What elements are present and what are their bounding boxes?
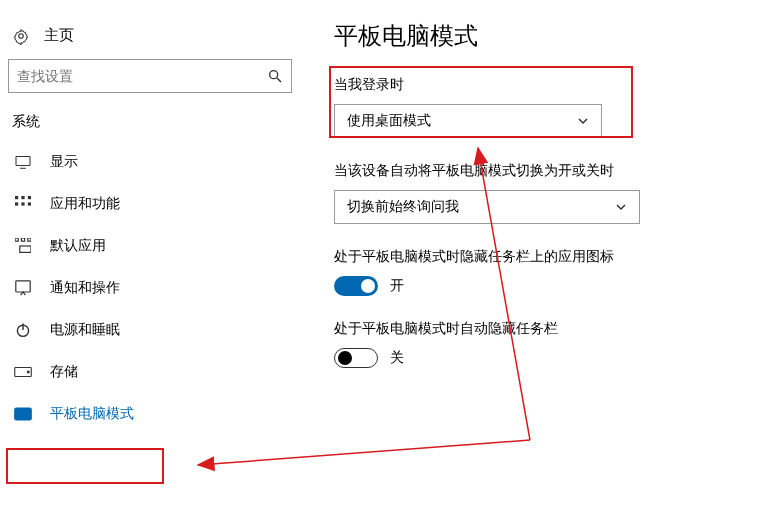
home-label: 主页 bbox=[44, 26, 74, 45]
hide-icons-toggle[interactable] bbox=[334, 276, 378, 296]
page-title: 平板电脑模式 bbox=[334, 20, 744, 52]
main-content: 平板电脑模式 当我登录时 使用桌面模式 当该设备自动将平板电脑模式切换为开或关时… bbox=[334, 20, 744, 392]
storage-icon bbox=[14, 366, 32, 378]
sidebar-home[interactable]: 主页 bbox=[0, 20, 300, 55]
sidebar-item-apps[interactable]: 应用和功能 bbox=[0, 183, 300, 225]
svg-rect-7 bbox=[28, 196, 31, 199]
svg-rect-3 bbox=[16, 156, 30, 165]
sidebar-item-label: 存储 bbox=[50, 363, 78, 381]
auto-switch-value: 切换前始终询问我 bbox=[347, 198, 459, 216]
svg-rect-13 bbox=[28, 238, 31, 241]
hide-taskbar-label: 处于平板电脑模式时自动隐藏任务栏 bbox=[334, 320, 744, 338]
svg-rect-8 bbox=[15, 202, 18, 205]
apps-icon bbox=[14, 196, 32, 212]
svg-rect-20 bbox=[15, 408, 32, 420]
hide-icons-state: 开 bbox=[390, 277, 404, 295]
sidebar-item-label: 显示 bbox=[50, 153, 78, 171]
sidebar-item-storage[interactable]: 存储 bbox=[0, 351, 300, 393]
sidebar-item-label: 通知和操作 bbox=[50, 279, 120, 297]
gear-icon bbox=[12, 27, 30, 45]
default-apps-icon bbox=[14, 238, 32, 254]
sidebar-item-default-apps[interactable]: 默认应用 bbox=[0, 225, 300, 267]
search-input-container[interactable] bbox=[8, 59, 292, 93]
auto-switch-label: 当该设备自动将平板电脑模式切换为开或关时 bbox=[334, 162, 744, 180]
sidebar-item-display[interactable]: 显示 bbox=[0, 141, 300, 183]
settings-sidebar: 主页 系统 显示 应用和功能 默认应用 通知和操作 bbox=[0, 0, 300, 435]
sidebar-item-label: 平板电脑模式 bbox=[50, 405, 134, 423]
power-icon bbox=[14, 322, 32, 338]
sidebar-item-label: 电源和睡眠 bbox=[50, 321, 120, 339]
hide-taskbar-state: 关 bbox=[390, 349, 404, 367]
chevron-down-icon bbox=[615, 201, 627, 213]
svg-rect-11 bbox=[15, 238, 18, 241]
search-icon bbox=[267, 68, 283, 84]
sidebar-item-label: 默认应用 bbox=[50, 237, 106, 255]
svg-line-2 bbox=[277, 78, 281, 82]
chevron-down-icon bbox=[577, 115, 589, 127]
svg-point-0 bbox=[19, 33, 24, 38]
notifications-icon bbox=[14, 280, 32, 296]
sidebar-section-title: 系统 bbox=[0, 107, 300, 141]
sidebar-item-label: 应用和功能 bbox=[50, 195, 120, 213]
svg-point-19 bbox=[27, 371, 29, 373]
svg-point-1 bbox=[270, 71, 278, 79]
hide-icons-label: 处于平板电脑模式时隐藏任务栏上的应用图标 bbox=[334, 248, 744, 266]
sidebar-item-notifications[interactable]: 通知和操作 bbox=[0, 267, 300, 309]
login-dropdown-value: 使用桌面模式 bbox=[347, 112, 431, 130]
svg-line-24 bbox=[198, 440, 530, 465]
svg-rect-5 bbox=[15, 196, 18, 199]
sidebar-item-power[interactable]: 电源和睡眠 bbox=[0, 309, 300, 351]
annotation-highlight-sidebar bbox=[6, 448, 164, 484]
svg-rect-12 bbox=[21, 238, 24, 241]
tablet-icon bbox=[14, 407, 32, 421]
login-label: 当我登录时 bbox=[334, 76, 744, 94]
monitor-icon bbox=[14, 155, 32, 169]
svg-rect-14 bbox=[20, 246, 31, 252]
login-dropdown[interactable]: 使用桌面模式 bbox=[334, 104, 602, 138]
sidebar-item-tablet-mode[interactable]: 平板电脑模式 bbox=[0, 393, 300, 435]
search-input[interactable] bbox=[17, 68, 267, 84]
svg-rect-10 bbox=[28, 202, 31, 205]
hide-taskbar-toggle[interactable] bbox=[334, 348, 378, 368]
auto-switch-dropdown[interactable]: 切换前始终询问我 bbox=[334, 190, 640, 224]
svg-rect-6 bbox=[21, 196, 24, 199]
svg-rect-9 bbox=[21, 202, 24, 205]
svg-rect-15 bbox=[16, 281, 30, 292]
